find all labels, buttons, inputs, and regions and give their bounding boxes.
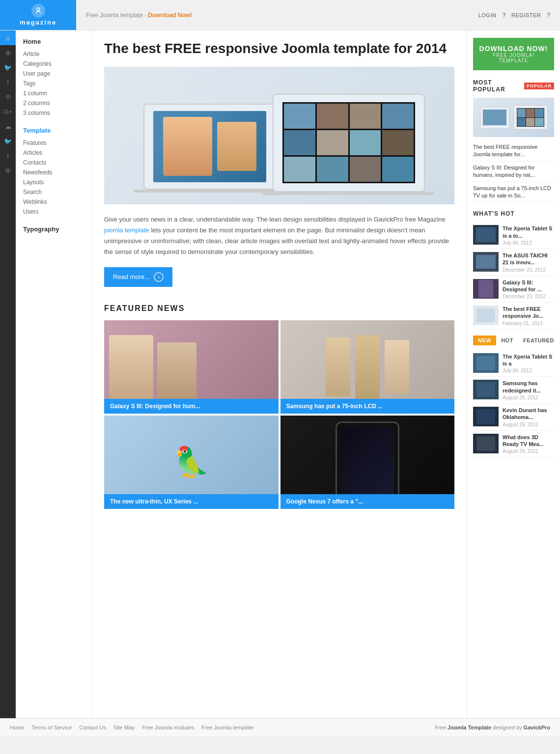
svg-point-0 [37, 8, 40, 11]
most-popular-header: MOST POPULAR POPULAR [473, 79, 554, 93]
new-date-3: August 29, 2012 [503, 422, 554, 427]
tab-new[interactable]: NEW [473, 335, 496, 345]
hero-image [104, 67, 454, 204]
person4 [355, 335, 380, 399]
hot-info-4: The best FREE responsive Jo... February … [503, 306, 554, 326]
download-link[interactable]: Download Now! [148, 12, 192, 19]
new-item-3[interactable]: Kevin Durant has Oklahoma... August 29, … [473, 404, 554, 431]
icon-twitter[interactable]: 🐦 [0, 60, 16, 75]
featured-caption-3: The new ultra-thin, UX Series ... [104, 494, 279, 509]
nav-search[interactable]: Search [23, 187, 84, 197]
tab-featured[interactable]: FEATURED [518, 335, 559, 345]
icon-search[interactable]: ⊕ [0, 45, 16, 60]
grid-cell [382, 104, 414, 129]
icon-google-plus[interactable]: G+ [0, 104, 16, 119]
featured-item-4[interactable]: Google Nexus 7 offers a "... [280, 416, 455, 509]
featured-item-1[interactable]: Galaxy S III: Designed for hum... [104, 320, 279, 414]
new-title-4[interactable]: What does 3D Ready TV Mea... [503, 434, 554, 448]
nav-weblinks[interactable]: Weblinks [23, 197, 84, 207]
hot-title-3[interactable]: Galaxy S III: Designed for ... [503, 279, 554, 293]
new-thumb-3 [473, 407, 499, 426]
grid-cell [284, 104, 315, 129]
nav-userpage[interactable]: User page [23, 69, 84, 79]
footer-template[interactable]: Free Joomla template [201, 725, 253, 730]
hot-item-3[interactable]: Galaxy S III: Designed for ... December … [473, 276, 554, 303]
icon-pinterest[interactable]: ℗ [0, 89, 16, 104]
person-figure [163, 117, 212, 176]
logo[interactable]: magazine [0, 0, 76, 30]
person5 [385, 340, 409, 394]
icon-home[interactable]: ⌂ [0, 30, 16, 45]
nav-1column[interactable]: 1 column [23, 88, 84, 98]
popular-image[interactable] [473, 98, 554, 137]
featured-item-3[interactable]: 🦜 The new ultra-thin, UX Series ... [104, 416, 279, 509]
read-more-button[interactable]: Read more... › [104, 267, 172, 287]
popular-item-3[interactable]: Samsung has put a 75-inch LCD TV up for … [473, 182, 554, 203]
hot-item-4[interactable]: The best FREE responsive Jo... February … [473, 303, 554, 330]
nav-article[interactable]: Article [23, 49, 84, 59]
nav-typography-title[interactable]: Typography [23, 225, 84, 233]
bestfree-laptop-shape [476, 308, 495, 322]
tablet-screen [341, 428, 394, 497]
joomla-template-link[interactable]: joomla template [104, 226, 149, 234]
new-item-1[interactable]: The Xperia Tablet S is a July 04, 2012 [473, 350, 554, 377]
footer-contact[interactable]: Contact Us [79, 725, 106, 730]
new-thumb-1 [473, 353, 499, 373]
hot-title-2[interactable]: The ASUS TAICHI 21 is innov... [503, 252, 554, 266]
new-title-2[interactable]: Samsung has redesigned it... [503, 380, 554, 394]
hot-date-3: December 23, 2012 [503, 294, 554, 299]
tab-hot[interactable]: HOT [496, 335, 518, 345]
nav-2columns[interactable]: 2 columns [23, 98, 84, 108]
nav-contacts[interactable]: Contacts [23, 158, 84, 168]
new-item-4[interactable]: What does 3D Ready TV Mea... August 29, … [473, 431, 554, 458]
nav-newsfeeds[interactable]: Newsfeeds [23, 168, 84, 177]
grid-cell [350, 104, 381, 129]
hot-title-4[interactable]: The best FREE responsive Jo... [503, 306, 554, 320]
hot-date-2: December 23, 2012 [503, 267, 554, 273]
featured-item-2[interactable]: Samsung has put a 75-inch LCD ... [280, 320, 455, 414]
new-info-4: What does 3D Ready TV Mea... August 29, … [503, 434, 554, 454]
download-sub-label: FREE JOOMLA! TEMPLATE [478, 53, 549, 63]
hot-item-1[interactable]: The Xperia Tablet S is a to... July 04, … [473, 222, 554, 249]
download-button[interactable]: DOWNLOAD NOW! FREE JOOMLA! TEMPLATE [473, 38, 554, 70]
new-item-2[interactable]: Samsung has redesigned it... August 29, … [473, 377, 554, 404]
footer-modules[interactable]: Free Joomla modules [142, 725, 194, 730]
featured-news-title: FEATURED NEWS [104, 304, 454, 313]
nav-layouts[interactable]: Layouts [23, 177, 84, 187]
mini-laptop [480, 107, 509, 129]
icon-settings[interactable]: ⚙ [0, 163, 16, 178]
grid-cell [350, 157, 381, 182]
whats-hot-section: WHAT'S HOT The Xperia Tablet S is a to..… [473, 210, 554, 329]
icon-facebook2[interactable]: f [0, 148, 16, 163]
popular-item-1[interactable]: The best FREE responsive Joomla template… [473, 141, 554, 162]
popular-item-2[interactable]: Galaxy S III: Designed for humans, inspi… [473, 162, 554, 182]
new-title-1[interactable]: The Xperia Tablet S is a [503, 353, 554, 367]
footer-sitemap[interactable]: Site Map [113, 725, 135, 730]
new-title-3[interactable]: Kevin Durant has Oklahoma... [503, 407, 554, 421]
nav-features[interactable]: Features [23, 138, 84, 148]
footer-tos[interactable]: Terms of Service [31, 725, 72, 730]
featured-grid: Galaxy S III: Designed for hum... Samsun… [104, 320, 454, 509]
icon-facebook[interactable]: f [0, 75, 16, 89]
tablet-device [336, 421, 399, 503]
nav-users[interactable]: Users [23, 207, 84, 217]
hot-thumb-1 [473, 225, 499, 245]
nav-articles[interactable]: Articles [23, 148, 84, 158]
nav-home[interactable]: Home [23, 38, 84, 45]
hot-title-1[interactable]: The Xperia Tablet S is a to... [503, 225, 554, 239]
hot-item-2[interactable]: The ASUS TAICHI 21 is innov... December … [473, 249, 554, 276]
grid-cell [350, 130, 381, 155]
main-layout: ⌂ ⊕ 🐦 f ℗ G+ ☁ 🐦 f ⚙ Home Article Catego… [0, 30, 560, 718]
icon-twitter2[interactable]: 🐦 [0, 134, 16, 148]
nav-group-typography: Typography [23, 225, 84, 233]
new-info-3: Kevin Durant has Oklahoma... August 29, … [503, 407, 554, 427]
nav-3columns[interactable]: 3 columns [23, 108, 84, 118]
nav-template-title[interactable]: Template [23, 127, 84, 134]
nav-categories[interactable]: Categories [23, 59, 84, 69]
login-button[interactable]: LOGIN [478, 12, 497, 18]
icon-cloud[interactable]: ☁ [0, 119, 16, 134]
grid-cell [317, 130, 348, 155]
register-button[interactable]: REGISTER [511, 12, 541, 18]
footer-home[interactable]: Home [10, 725, 24, 730]
nav-tags[interactable]: Tags [23, 79, 84, 88]
